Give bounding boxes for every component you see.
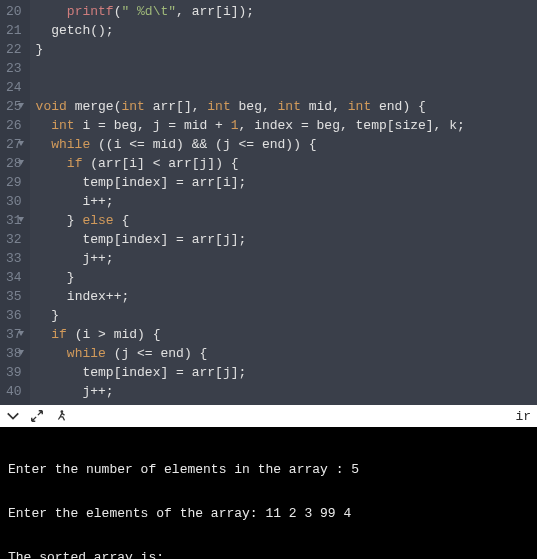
code-line[interactable]: if (i > mid) { (36, 325, 537, 344)
line-number: 22 (6, 40, 22, 59)
code-line[interactable] (36, 78, 537, 97)
console-line: Enter the number of elements in the arra… (8, 459, 529, 481)
line-number: 35 (6, 287, 22, 306)
line-number: 32 (6, 230, 22, 249)
output-toolbar: ir (0, 405, 537, 427)
console-line: The sorted array is: (8, 547, 529, 559)
code-line[interactable]: i++; (36, 192, 537, 211)
code-line[interactable]: temp[index] = arr[i]; (36, 173, 537, 192)
line-number: 26 (6, 116, 22, 135)
console-line (8, 525, 529, 547)
code-line[interactable]: while ((i <= mid) && (j <= end)) { (36, 135, 537, 154)
code-line[interactable]: if (arr[i] < arr[j]) { (36, 154, 537, 173)
code-line[interactable]: printf(" %d\t", arr[i]); (36, 2, 537, 21)
code-line[interactable]: } (36, 40, 537, 59)
line-gutter: 2021222324252627282930313233343536373839… (0, 0, 30, 405)
toolbar-status: ir (515, 409, 531, 424)
line-number: 38 (6, 344, 22, 363)
line-number: 23 (6, 59, 22, 78)
line-number: 20 (6, 2, 22, 21)
code-line[interactable]: void merge(int arr[], int beg, int mid, … (36, 97, 537, 116)
code-line[interactable]: j++; (36, 249, 537, 268)
code-line[interactable]: getch(); (36, 21, 537, 40)
console-line (8, 481, 529, 503)
code-line[interactable]: index++; (36, 287, 537, 306)
line-number: 37 (6, 325, 22, 344)
code-line[interactable] (36, 59, 537, 78)
code-editor[interactable]: 2021222324252627282930313233343536373839… (0, 0, 537, 405)
code-line[interactable]: temp[index] = arr[j]; (36, 230, 537, 249)
code-line[interactable]: int i = beg, j = mid + 1, index = beg, t… (36, 116, 537, 135)
code-line[interactable]: } (36, 306, 537, 325)
line-number: 21 (6, 21, 22, 40)
expand-icon[interactable] (30, 409, 44, 423)
line-number: 28 (6, 154, 22, 173)
code-line[interactable]: } (36, 268, 537, 287)
console-line (8, 437, 529, 459)
line-number: 31 (6, 211, 22, 230)
line-number: 25 (6, 97, 22, 116)
code-line[interactable]: while (j <= end) { (36, 344, 537, 363)
line-number: 39 (6, 363, 22, 382)
code-line[interactable]: temp[index] = arr[j]; (36, 363, 537, 382)
line-number: 36 (6, 306, 22, 325)
output-console: Enter the number of elements in the arra… (0, 427, 537, 559)
line-number: 34 (6, 268, 22, 287)
line-number: 40 (6, 382, 22, 401)
line-number: 30 (6, 192, 22, 211)
run-person-icon[interactable] (54, 409, 68, 423)
line-number: 24 (6, 78, 22, 97)
line-number: 33 (6, 249, 22, 268)
code-area[interactable]: printf(" %d\t", arr[i]); getch();}void m… (30, 0, 537, 405)
line-number: 29 (6, 173, 22, 192)
console-line: Enter the elements of the array: 11 2 3 … (8, 503, 529, 525)
code-line[interactable]: j++; (36, 382, 537, 401)
line-number: 27 (6, 135, 22, 154)
chevron-down-icon[interactable] (6, 409, 20, 423)
code-line[interactable]: } else { (36, 211, 537, 230)
svg-point-0 (60, 410, 63, 413)
